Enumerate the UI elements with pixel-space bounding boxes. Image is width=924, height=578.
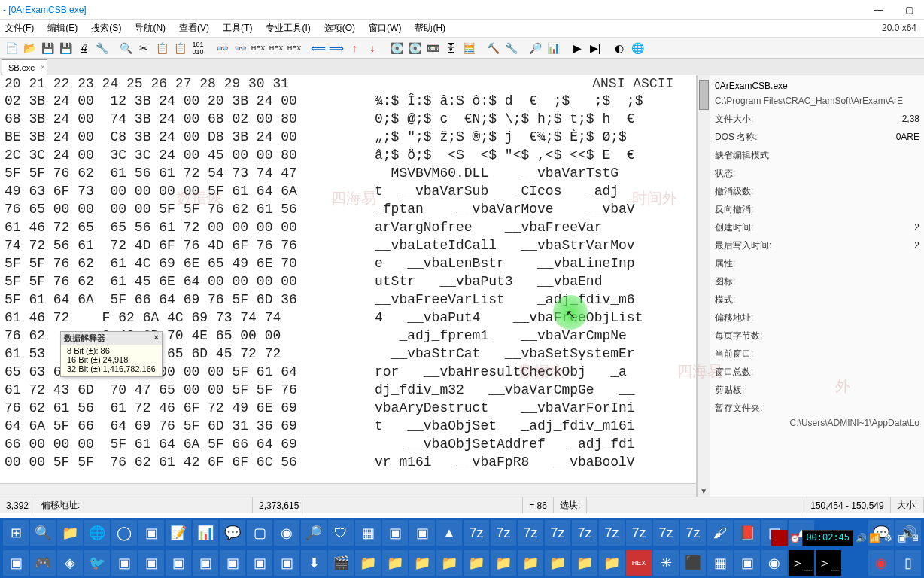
tooltip-close-icon[interactable]: ×	[154, 333, 159, 344]
new-icon[interactable]: 📄	[3, 40, 20, 56]
ascii-bytes[interactable]: vr_m16i __vbaFpR8 __vbaBoolV	[369, 453, 696, 471]
next-icon[interactable]: ▶	[569, 40, 585, 56]
hex-bytes[interactable]: 65 63 6B 4F 1A 00 00 00 00 5F 61 64	[5, 363, 369, 381]
paste-icon[interactable]: 📋	[172, 40, 188, 56]
taskbar-app-icon[interactable]: ▣	[138, 550, 164, 576]
taskbar-folder-icon[interactable]: 📁	[518, 550, 543, 576]
search2-icon[interactable]: 👓	[232, 40, 248, 56]
hex-icon[interactable]: 101010	[190, 40, 206, 56]
taskbar-app-icon[interactable]: ◉	[761, 550, 787, 576]
taskbar-cmd-icon[interactable]: ＞_	[789, 550, 814, 576]
taskbar-app-icon[interactable]: ▣	[111, 550, 137, 576]
hex-bytes[interactable]: 2C 3C 24 00 3C 3C 24 00 45 00 00 80	[5, 146, 369, 164]
hex-row[interactable]: 76 65 00 00 00 00 5F 5F 76 62 61 56_fpta…	[5, 200, 696, 218]
ascii-bytes[interactable]: __vbaStrCat __vbaSetSystemEr	[369, 345, 696, 363]
taskbar-folder-icon[interactable]: 📁	[382, 550, 408, 576]
zoom-icon[interactable]: 🔎	[527, 40, 543, 56]
taskbar-7z-icon[interactable]: 7z	[518, 520, 543, 546]
hex-bytes[interactable]: 5F 61 64 6A 5F 66 64 69 76 5F 6D 36	[5, 291, 369, 309]
taskbar-7z-icon[interactable]: 7z	[545, 520, 570, 546]
misc2-icon[interactable]: 🌐	[629, 40, 646, 56]
ascii-bytes[interactable]: „;$ ";$ ž;$ ®;$ j €¾;$ È;$ Ø;$	[369, 128, 696, 146]
hex-row[interactable]: 61 72 43 6D 70 47 65 00 00 5F 5F 76dj_fd…	[5, 381, 696, 399]
ascii-bytes[interactable]: __vbaObjSetAddref _adj_fdi	[369, 435, 696, 453]
hex-row[interactable]: 68 3B 24 00 74 3B 24 00 68 02 00 800;$ @…	[5, 110, 696, 128]
showdesk-icon[interactable]: ▯	[895, 550, 921, 576]
calc-icon[interactable]: 🧮	[460, 40, 477, 56]
taskbar-hex-icon[interactable]: HEX	[626, 550, 652, 576]
disk3-icon[interactable]: 📼	[424, 40, 441, 56]
taskbar-app-icon[interactable]: ◉	[274, 520, 299, 546]
taskbar-app-icon[interactable]: ▢	[247, 520, 272, 546]
hex-row[interactable]: 64 6A 5F 66 64 69 76 5F 6D 31 36 69t __v…	[5, 417, 696, 435]
hex-row[interactable]: 61 46 72 F 62 6A 4C 69 73 74 744 __vbaPu…	[5, 309, 696, 327]
hex-bytes[interactable]: 61 46 72 F 62 6A 4C 69 73 74 74	[5, 309, 369, 327]
tab-close-icon[interactable]: ×	[41, 63, 45, 71]
tray-icon[interactable]: 🔊	[855, 532, 867, 544]
hex-row[interactable]: 2C 3C 24 00 3C 3C 24 00 45 00 00 80â;$ ö…	[5, 146, 696, 164]
hscroll[interactable]	[0, 483, 696, 497]
menu-e[interactable]: 编辑(E)	[47, 22, 78, 35]
taskbar-app-icon[interactable]: 🎮	[30, 550, 56, 576]
find-icon[interactable]: 🔍	[117, 40, 134, 56]
taskbar-app-icon[interactable]: 🛡	[328, 520, 354, 546]
misc1-icon[interactable]: ◐	[611, 40, 628, 56]
taskbar-app-icon[interactable]: 🔎	[301, 520, 327, 546]
taskbar-app-icon[interactable]: ◈	[57, 550, 83, 576]
hex-bytes[interactable]: 76 62 2 43 6D 70 4E 65 00 00	[5, 327, 369, 345]
hex-bytes[interactable]: 64 6A 5F 66 64 69 76 5F 6D 31 36 69	[5, 417, 369, 435]
record-icon[interactable]: ◉	[868, 550, 894, 576]
taskbar-app-icon[interactable]: ▣	[734, 550, 760, 576]
ascii-bytes[interactable]: _adj_fprem1 __vbaVarCmpNe	[369, 327, 696, 345]
saveas-icon[interactable]: 💾	[57, 40, 74, 56]
tray-icon[interactable]: 🖥	[909, 532, 921, 544]
hex-row[interactable]: 74 72 56 61 72 4D 6F 76 4D 6F 76 76__vba…	[5, 236, 696, 254]
down-icon[interactable]: ↓	[364, 40, 381, 56]
ascii-bytes[interactable]: utStr __vbaPut3 __vbaEnd	[369, 272, 696, 291]
menu-f[interactable]: 文件(F)	[5, 22, 34, 35]
menu-s[interactable]: 搜索(S)	[91, 22, 121, 35]
hexlabel1-icon[interactable]: HEX	[250, 40, 266, 56]
disk1-icon[interactable]: 💽	[388, 40, 405, 56]
menu-o[interactable]: 选项(O)	[324, 22, 355, 35]
hex-bytes[interactable]: 5F 5F 76 62 61 56 61 72 54 73 74 47	[5, 164, 369, 182]
taskbar-app-icon[interactable]: 🖌	[707, 520, 733, 546]
taskbar-app-icon[interactable]: ▣	[193, 550, 218, 576]
end-icon[interactable]: ▶|	[587, 40, 603, 56]
hex-bytes[interactable]: 61 46 72 65 65 56 61 72 00 00 00 00	[5, 218, 369, 236]
taskbar-app-icon[interactable]: ▲	[436, 520, 462, 546]
hex-row[interactable]: 66 00 00 00 5F 61 64 6A 5F 66 64 69 __vb…	[5, 435, 696, 453]
hex-bytes[interactable]: 76 62 61 56 61 72 46 6F 72 49 6E 69	[5, 399, 369, 417]
taskbar-chrome-icon[interactable]: 🌐	[84, 520, 110, 546]
ascii-bytes[interactable]: t __vbaObjSet _adj_fdiv_m16i	[369, 417, 696, 435]
menu-t[interactable]: 工具(T)	[223, 22, 252, 35]
ascii-bytes[interactable]: 4 __vbaPut4 __vbaFreeObjList	[369, 309, 696, 327]
taskbar-folder-icon[interactable]: 📁	[464, 550, 489, 576]
taskbar-folder-icon[interactable]: 📁	[491, 550, 516, 576]
hex-row[interactable]: 5F 5F 76 62 61 56 61 72 54 73 74 47 MSVB…	[5, 164, 696, 182]
hex-bytes[interactable]: 61 72 43 6D 70 47 65 00 00 5F 5F 76	[5, 381, 369, 399]
minimize-button[interactable]: —	[864, 0, 894, 20]
hex-bytes[interactable]: 02 3B 24 00 12 3B 24 00 20 3B 24 00	[5, 92, 369, 110]
ascii-bytes[interactable]: __vbaLateIdCall __vbaStrVarMov	[369, 236, 696, 254]
hex-bytes[interactable]: 5F 5F 76 62 61 45 6E 64 00 00 00 00	[5, 272, 369, 291]
hex-row[interactable]: 00 00 5F 5F 76 62 61 42 6F 6F 6C 56vr_m1…	[5, 453, 696, 471]
taskbar-app-icon[interactable]: ▣	[166, 550, 191, 576]
tray-icon[interactable]: ▣	[895, 532, 907, 544]
ascii-bytes[interactable]: _fptan __vbaVarMove __vbaV	[369, 200, 696, 218]
chart-icon[interactable]: 📊	[545, 40, 561, 56]
taskbar-app-icon[interactable]: ⬛	[680, 550, 706, 576]
print-icon[interactable]: 🖨	[75, 40, 92, 56]
ascii-bytes[interactable]: MSVBVM60.DLL __vbaVarTstG	[369, 164, 696, 182]
hex-bytes[interactable]: BE 3B 24 00 C8 3B 24 00 D8 3B 24 00	[5, 128, 369, 146]
taskbar-cmd-icon[interactable]: ＞_	[816, 550, 841, 576]
taskbar-app-icon[interactable]: ▣	[247, 550, 272, 576]
taskbar-app-icon[interactable]: 🔍	[30, 520, 56, 546]
maximize-button[interactable]: ▢	[894, 0, 924, 20]
menu-v[interactable]: 查看(V)	[179, 22, 209, 35]
taskbar-app-icon[interactable]: 🐦	[84, 550, 110, 576]
menu-w[interactable]: 窗口(W)	[369, 22, 401, 35]
hex-bytes[interactable]: 66 00 00 00 5F 61 64 6A 5F 66 64 69	[5, 435, 369, 453]
hex-row[interactable]: 5F 61 64 6A 5F 66 64 69 76 5F 6D 36__vba…	[5, 291, 696, 309]
hex-bytes[interactable]: 74 72 56 61 72 4D 6F 76 4D 6F 76 76	[5, 236, 369, 254]
